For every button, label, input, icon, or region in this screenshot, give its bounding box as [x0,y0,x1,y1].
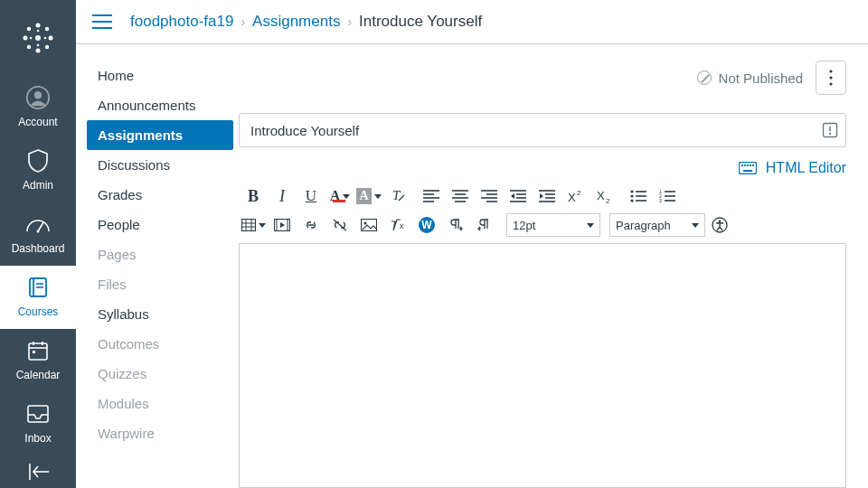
unlink-button[interactable] [326,211,354,239]
paragraph-select[interactable]: Paragraph [609,213,705,237]
clear-formatting-button[interactable]: T [383,183,412,210]
svg-point-8 [45,45,49,49]
indent-button[interactable] [533,183,561,210]
breadcrumb-section[interactable]: Assignments [252,13,340,31]
link-button[interactable] [297,211,326,239]
shield-icon [27,149,49,173]
hamburger-menu[interactable] [92,14,112,29]
nav-inbox[interactable]: Inbox [0,392,76,455]
coursenav-grades[interactable]: Grades [87,180,239,210]
coursenav-people[interactable]: People [87,210,239,239]
image-button[interactable] [354,211,383,239]
svg-point-75 [630,190,633,192]
editor-toolbar-row-2: x W 12pt Paragraph [239,211,846,239]
coursenav-files[interactable]: Files [87,269,239,299]
align-right-button[interactable] [475,183,504,210]
course-nav: Home Announcements Assignments Discussio… [76,44,239,488]
media-button[interactable] [268,211,297,239]
more-options-button[interactable] [816,61,846,95]
canvas-logo-icon [20,20,56,56]
image-icon [361,219,377,231]
paragraph-value: Paragraph [616,219,671,232]
media-icon [274,219,290,231]
link-icon [303,219,319,231]
svg-point-16 [37,230,40,233]
coursenav-syllabus[interactable]: Syllabus [87,299,239,329]
coursenav-modules[interactable]: Modules [87,389,239,418]
breadcrumb-sep-icon: › [241,14,245,29]
superscript-button[interactable]: X2 [561,183,590,210]
warpwire-button[interactable]: W [412,211,441,239]
table-button[interactable] [239,211,268,239]
svg-rect-38 [739,163,756,174]
assignment-title-field[interactable] [239,113,846,147]
html-editor-toggle[interactable]: HTML Editor [239,160,846,176]
nav-account-label: Account [18,116,57,128]
publish-status-label: Not Published [719,70,803,86]
editor-toolbar-row-1: B I U A A T X2 [239,182,846,211]
svg-marker-70 [540,193,543,199]
subscript-icon: X2 [597,189,613,203]
coursenav-quizzes[interactable]: Quizzes [87,359,239,389]
svg-point-6 [45,27,49,31]
content: foodphoto-fa19 › Assignments › Introduce… [76,0,868,488]
global-nav: Account Admin Dashboard Courses Calendar… [0,0,76,488]
svg-text:x: x [400,221,404,230]
coursenav-pages[interactable]: Pages [87,239,239,269]
underline-button[interactable]: U [297,183,326,210]
caret-down-icon [374,194,382,199]
editor-content-area[interactable] [239,243,846,488]
coursenav-assignments[interactable]: Assignments [87,120,233,150]
caret-down-icon [692,223,699,228]
nav-calendar[interactable]: Calendar [0,329,76,392]
breadcrumb-course[interactable]: foodphoto-fa19 [130,13,233,31]
svg-point-3 [24,36,28,41]
coursenav-announcements[interactable]: Announcements [87,90,239,120]
svg-point-77 [630,194,633,197]
rtl-button[interactable] [470,211,499,239]
assignment-title-input[interactable] [249,122,822,139]
italic-button[interactable]: I [268,183,297,210]
nav-account[interactable]: Account [0,76,76,139]
outdent-icon [510,190,526,202]
align-left-button[interactable] [417,183,446,210]
nav-admin[interactable]: Admin [0,139,76,202]
coursenav-home[interactable]: Home [87,61,239,90]
equation-button[interactable]: x [383,211,412,239]
svg-point-32 [829,70,832,72]
hamburger-icon [92,14,112,29]
bold-button[interactable]: B [239,183,268,210]
subscript-button[interactable]: X2 [590,183,619,210]
align-center-button[interactable] [446,183,475,210]
svg-marker-101 [587,223,594,228]
svg-point-99 [364,222,367,225]
outdent-button[interactable] [504,183,533,210]
accessibility-button[interactable] [705,211,734,239]
svg-point-2 [36,49,41,53]
nav-calendar-label: Calendar [16,369,61,381]
collapse-icon [27,464,49,480]
svg-rect-42 [750,164,751,166]
nav-courses[interactable]: Courses [0,266,76,329]
numbered-list-button[interactable]: 123 [653,183,682,210]
text-color-button[interactable]: A [326,183,354,210]
nav-dashboard[interactable]: Dashboard [0,202,76,266]
publish-status: Not Published [697,70,803,86]
svg-point-11 [30,37,33,40]
indent-icon [539,190,555,202]
svg-marker-46 [374,194,382,199]
coursenav-warpwire[interactable]: Warpwire [87,418,239,448]
brand-logo[interactable] [0,0,76,76]
ltr-button[interactable] [441,211,470,239]
coursenav-outcomes[interactable]: Outcomes [87,329,239,359]
nav-collapse[interactable] [0,455,76,488]
bg-color-button[interactable]: A [354,183,383,210]
coursenav-discussions[interactable]: Discussions [87,150,239,180]
svg-text:2: 2 [577,189,581,197]
svg-point-79 [630,199,633,202]
gauge-icon [25,215,51,233]
font-size-select[interactable]: 12pt [506,213,600,237]
bullet-list-button[interactable] [624,183,653,210]
nav-inbox-label: Inbox [24,432,51,445]
svg-text:X: X [568,191,576,203]
